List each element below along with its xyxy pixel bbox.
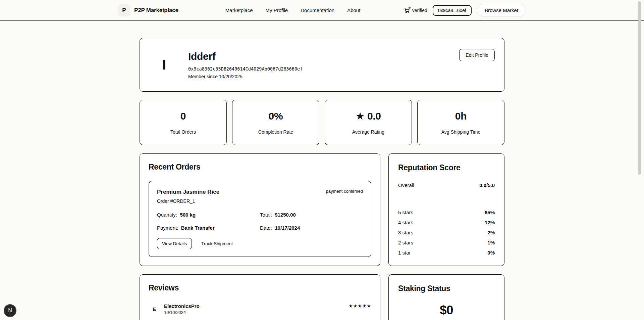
stat-label: Average Rating [352,129,384,135]
member-since: Member since 10/20/2025 [188,74,303,79]
main-nav: Marketplace My Profile Documentation Abo… [225,7,361,13]
order-status-badge: payment confirmed [326,189,363,194]
profile-name: Idderf [188,51,303,62]
recent-orders-title: Recent Orders [149,163,371,172]
total-staked-amount: $0 [398,303,495,317]
order-date: Date: 10/17/2024 [260,225,363,231]
cart-icon [404,7,410,13]
stat-label: Avg Shipping Time [441,129,480,135]
reviewer-avatar: E [149,303,160,315]
track-shipment-link[interactable]: Track Shipment [201,241,233,246]
verified-badge: verified [404,7,427,13]
order-total: Total: $1250.00 [260,212,363,218]
avatar-letter: I [162,57,166,73]
reputation-card: Reputation Score Overall 0.0/5.0 5 stars… [388,153,504,266]
reviewer-name: ElectronicsPro [164,303,200,309]
reputation-overall-row: Overall 0.0/5.0 [398,182,495,188]
order-product-name: Premium Jasmine Rice [157,189,219,195]
order-id: Order #ORDER_1 [157,198,363,204]
rating-row-4-stars: 4 stars12% [398,219,495,226]
stat-value: 0h [455,110,467,122]
logo-letter: P [122,7,126,14]
wallet-address-button[interactable]: 0x9ca8...60ef [433,5,472,16]
wallet-address: 0x9ca8362c35DB2649614Cd4029Ab0067d285660… [188,66,303,72]
stat-value: 0 [180,110,186,122]
nav-my-profile[interactable]: My Profile [266,7,288,13]
stat-total-orders: 0 Total Orders [140,100,227,145]
header: P P2P Marketplace Marketplace My Profile… [0,0,644,21]
recent-orders-card: Recent Orders Premium Jasmine Rice payme… [140,153,380,266]
nav-about[interactable]: About [347,7,360,13]
browse-market-button[interactable]: Browse Market [477,4,526,16]
reputation-title: Reputation Score [398,163,495,172]
stat-label: Completion Rate [258,129,293,135]
reviews-title: Reviews [149,283,371,292]
profile-card: I Idderf 0x9ca8362c35DB2649614Cd4029Ab00… [140,38,504,92]
stat-completion-rate: 0% Completion Rate [232,100,319,145]
overall-label: Overall [398,182,414,188]
brand-logo-group[interactable]: P P2P Marketplace [118,4,178,16]
review-item: E ElectronicsPro 10/10/2024 ★★★★★ Excell… [149,303,371,320]
logo-icon: P [118,4,130,16]
view-details-button[interactable]: View Details [157,238,192,249]
stat-value: 0% [269,110,283,122]
stats-row: 0 Total Orders 0% Completion Rate ★ 0.0 … [140,100,504,145]
rating-row-2-stars: 2 stars1% [398,239,495,246]
edit-profile-button[interactable]: Edit Profile [459,49,495,61]
nav-documentation[interactable]: Documentation [301,7,334,13]
stat-label: Total Orders [170,129,196,135]
dev-badge-letter: N [8,308,12,314]
brand-title: P2P Marketplace [134,7,178,14]
rating-row-3-stars: 3 stars2% [398,229,495,236]
verified-label: verified [412,8,427,13]
verified-dot-icon [409,7,411,9]
review-date: 10/10/2024 [164,310,200,315]
scrollbar-thumb[interactable] [638,1,641,175]
avatar: I [153,54,175,76]
rating-row-5-stars: 5 stars85% [398,209,495,216]
reviews-card: Reviews E ElectronicsPro 10/10/2024 ★★★★… [140,274,380,320]
review-stars: ★★★★★ [348,303,371,309]
stat-value: ★ 0.0 [356,110,381,122]
dev-tools-badge[interactable]: N [4,304,16,317]
order-item: Premium Jasmine Rice payment confirmed O… [149,181,371,257]
staking-title: Staking Status [398,284,495,293]
overall-value: 0.0/5.0 [479,182,495,188]
rating-row-1-star: 1 star0% [398,249,495,256]
staking-card: Staking Status $0 Total Staked Staking b… [388,274,504,320]
order-quantity: Quantity: 500 kg [157,212,260,218]
stat-avg-shipping-time: 0h Avg Shipping Time [417,100,504,145]
nav-marketplace[interactable]: Marketplace [225,7,253,13]
stat-average-rating: ★ 0.0 Average Rating [325,100,412,145]
order-payment: Payment: Bank Transfer [157,225,260,231]
